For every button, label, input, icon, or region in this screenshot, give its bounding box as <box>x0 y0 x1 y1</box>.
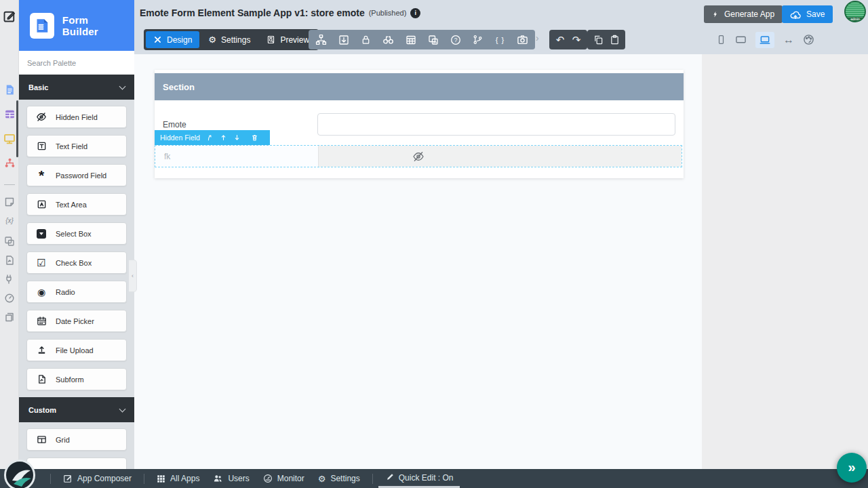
expand-panel-fab[interactable]: » <box>837 453 867 483</box>
hidden-field-name-cell <box>155 146 318 167</box>
statusbar-label: All Apps <box>170 474 199 483</box>
tab-design[interactable]: Design <box>146 31 199 48</box>
statusbar-users[interactable]: Users <box>206 469 256 488</box>
lock-icon[interactable] <box>355 30 377 49</box>
brand-title: Form Builder <box>62 14 123 37</box>
translate-image-icon[interactable] <box>422 30 444 49</box>
monitor-gauge-icon <box>263 474 273 483</box>
palette-item-date-picker[interactable]: Date Picker <box>26 310 127 332</box>
laptop-icon[interactable] <box>755 32 774 48</box>
expression-icon[interactable]: {x} <box>0 217 19 224</box>
emote-field-input[interactable] <box>317 113 675 136</box>
statusbar-divider <box>144 474 144 484</box>
design-tools-icon <box>153 35 162 44</box>
search-input[interactable] <box>19 51 134 75</box>
palette-item-radio[interactable]: ◉ Radio <box>26 281 127 303</box>
app-header: Emote Form Element Sample App v1: store … <box>134 0 868 54</box>
palette-item-label: Password Field <box>56 171 106 180</box>
status-bar: App Composer All Apps Users Monitor ⚙ Se… <box>0 469 868 488</box>
tab-settings[interactable]: ⚙ Settings <box>201 31 258 48</box>
section-header[interactable]: Section <box>155 73 684 100</box>
palette-item-select-box[interactable]: Select Box <box>26 222 127 245</box>
move-down-icon[interactable] <box>233 134 241 142</box>
svg-text:?: ? <box>454 37 457 43</box>
report-icon[interactable] <box>0 255 19 266</box>
palette-item-text-area[interactable]: Text Area <box>26 193 127 216</box>
move-top-icon[interactable] <box>206 134 214 142</box>
copy-icon[interactable] <box>590 30 606 49</box>
palette-group-label: Custom <box>28 406 56 414</box>
file-icon[interactable] <box>0 84 19 96</box>
braces-icon[interactable]: { } <box>489 30 511 49</box>
flow-icon[interactable] <box>0 157 19 169</box>
note-icon[interactable] <box>0 197 19 207</box>
strip-scrollbar[interactable] <box>16 100 18 157</box>
statusbar-quick-edit[interactable]: Quick Edit : On <box>378 469 460 488</box>
save-button[interactable]: Save <box>782 5 833 23</box>
help-icon[interactable]: ? <box>444 30 467 49</box>
statusbar-monitor[interactable]: Monitor <box>256 469 311 488</box>
form-builder-brand: Form Builder <box>19 0 134 51</box>
palette-item-check-box[interactable]: ☑ Check Box <box>26 251 127 274</box>
palette-item-subform[interactable]: Subform <box>26 368 127 390</box>
asterisk-icon: * <box>36 172 47 179</box>
gauge-icon[interactable] <box>0 293 19 304</box>
tablet-icon[interactable] <box>735 34 747 45</box>
eye-slash-icon <box>412 150 425 163</box>
avatar-label: admin <box>846 17 865 21</box>
pages-icon[interactable] <box>0 312 19 323</box>
palette-item-hidden-field[interactable]: Hidden Field <box>26 106 127 128</box>
statusbar-label: App Composer <box>77 474 132 483</box>
palette-item-text-field[interactable]: Text Field <box>26 135 127 157</box>
compose-icon[interactable] <box>0 9 19 23</box>
title-row: Emote Form Element Sample App v1: store … <box>140 7 420 18</box>
redo-icon[interactable]: ↷ <box>568 30 585 49</box>
undo-icon[interactable]: ↶ <box>552 30 568 49</box>
plug-icon[interactable] <box>0 274 19 285</box>
branch-icon[interactable] <box>467 30 489 49</box>
palette-list-basic: Hidden Field Text Field * Password Field… <box>19 100 134 397</box>
selected-hidden-field-row[interactable] <box>155 145 682 167</box>
binoculars-icon[interactable] <box>377 30 399 49</box>
gear-icon: ⚙ <box>208 35 216 44</box>
table-grid-icon[interactable] <box>399 30 422 49</box>
theme-palette-icon[interactable] <box>803 34 814 45</box>
double-chevron-right-icon: » <box>848 460 855 475</box>
palette-item-file-upload[interactable]: File Upload <box>26 339 127 361</box>
info-icon[interactable]: i <box>410 8 420 18</box>
translate-icon[interactable] <box>0 236 19 247</box>
sitemap-icon[interactable] <box>310 30 332 49</box>
statusbar-settings[interactable]: ⚙ Settings <box>311 469 367 488</box>
palette-item-label: Subform <box>56 375 84 384</box>
palette-item-grid[interactable]: Grid <box>26 428 127 451</box>
tab-label: Preview <box>280 35 309 45</box>
strip-divider <box>4 184 15 185</box>
mobile-icon[interactable] <box>716 35 726 45</box>
preview-doc-icon <box>267 35 275 44</box>
delete-field-icon[interactable] <box>251 134 258 142</box>
hidden-field-name-input[interactable] <box>155 152 318 161</box>
generate-app-button[interactable]: Generate App <box>704 5 783 23</box>
select-caret-icon <box>36 229 47 239</box>
platform-logo[interactable] <box>4 460 35 488</box>
tab-label: Design <box>167 35 192 45</box>
checkbox-icon: ☑ <box>36 258 47 268</box>
statusbar-app-composer[interactable]: App Composer <box>56 469 138 488</box>
sidebar-collapse-handle[interactable]: ‹ <box>129 260 137 292</box>
responsive-icon[interactable]: ↔ <box>783 35 794 45</box>
palette-group-custom[interactable]: Custom <box>19 397 134 422</box>
avatar[interactable]: admin <box>844 1 866 22</box>
camera-icon[interactable] <box>511 30 534 49</box>
palette-item-password-field[interactable]: * Password Field <box>26 164 127 186</box>
statusbar-all-apps[interactable]: All Apps <box>150 469 206 488</box>
selected-field-tag-label: Hidden Field <box>160 134 200 142</box>
field-import-icon[interactable] <box>332 30 355 49</box>
radio-icon: ◉ <box>36 287 47 297</box>
statusbar-label: Users <box>228 474 249 483</box>
grid-icon <box>36 434 47 445</box>
palette-group-basic[interactable]: Basic <box>19 75 134 100</box>
palette-item-label: Text Field <box>56 142 87 150</box>
move-up-icon[interactable] <box>220 134 227 142</box>
toolbar-more-icon[interactable]: › <box>536 33 539 43</box>
paste-icon[interactable] <box>606 30 623 49</box>
